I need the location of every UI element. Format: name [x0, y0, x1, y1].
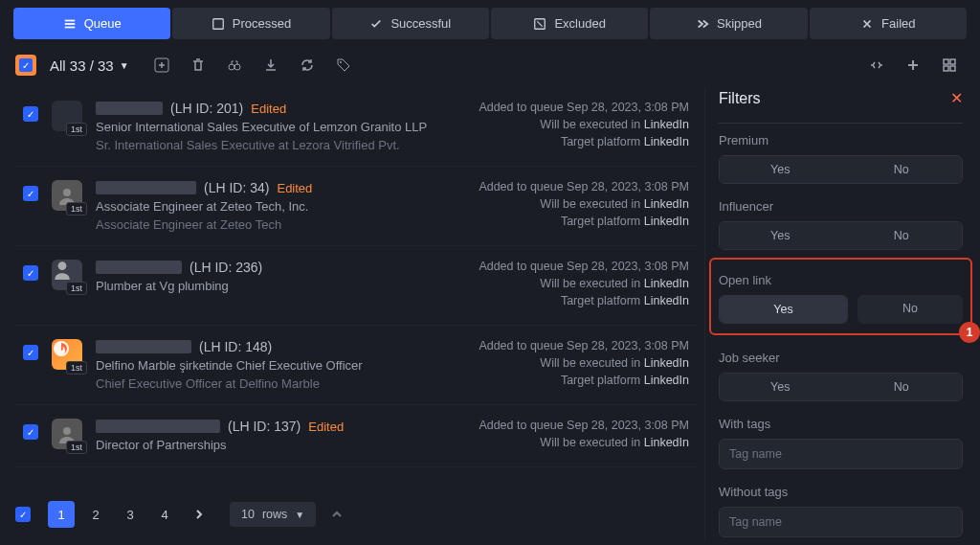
- svg-point-17: [63, 427, 71, 435]
- filters-title: Filters: [719, 90, 761, 107]
- plus-icon[interactable]: [905, 57, 921, 73]
- row-subtitle: Senior International Sales Executive of …: [96, 120, 465, 134]
- processed-icon: [212, 17, 225, 31]
- tab-excluded[interactable]: Excluded: [491, 8, 648, 39]
- pagination: ✓ 1 2 3 4 10 rows ▼: [15, 495, 350, 534]
- filter-influencer: Influencer Yes No: [719, 199, 963, 250]
- filters-panel: Filters ✕ Premium Yes No Influencer Yes …: [704, 87, 980, 540]
- binoculars-icon[interactable]: [227, 57, 242, 73]
- tab-label: Processed: [233, 16, 291, 31]
- tab-skipped[interactable]: Skipped: [650, 8, 807, 39]
- divider: [719, 123, 963, 124]
- scroll-top[interactable]: [323, 501, 350, 528]
- failed-icon: [860, 17, 874, 31]
- grid-icon[interactable]: [942, 57, 957, 73]
- queue-row[interactable]: ✓ 1st (LH ID: 201) Edited Senior Interna…: [15, 87, 697, 167]
- row-subtitle2: Associate Engineer at Zeteo Tech: [96, 217, 465, 232]
- row-subtitle2: Sr. International Sales Executive at Lez…: [96, 138, 465, 152]
- selection-count[interactable]: All 33 / 33 ▼: [50, 57, 129, 74]
- row-meta: Added to queue Sep 28, 2023, 3:08 PM Wil…: [479, 419, 689, 453]
- filter-jobseeker: Job seeker Yes No: [719, 351, 963, 401]
- queue-row[interactable]: ✓ 1st (LH ID: 34) Edited Associate Engin…: [15, 167, 697, 246]
- queue-row[interactable]: ✓ 1st (LH ID: 137) Edited Director of Pa…: [15, 405, 697, 467]
- connection-degree-badge: 1st: [66, 361, 87, 375]
- tab-label: Successful: [390, 16, 451, 31]
- filter-withtags: With tags Tag name: [719, 417, 963, 469]
- row-checkbox[interactable]: ✓: [23, 106, 38, 122]
- svg-point-9: [340, 61, 342, 63]
- tab-successful[interactable]: Successful: [332, 8, 489, 39]
- tab-label: Failed: [881, 16, 915, 31]
- withouttags-input[interactable]: Tag name: [719, 507, 963, 537]
- svg-rect-2: [64, 26, 75, 28]
- openlink-no[interactable]: No: [858, 295, 963, 324]
- skipped-icon: [696, 17, 709, 31]
- queue-list: ✓ 1st (LH ID: 201) Edited Senior Interna…: [0, 87, 704, 540]
- connection-degree-badge: 1st: [66, 202, 87, 216]
- filter-withouttags: Without tags Tag name: [719, 485, 963, 537]
- excluded-icon: [533, 17, 546, 31]
- check-icon: [369, 17, 383, 31]
- download-icon[interactable]: [263, 57, 278, 73]
- jobseeker-no[interactable]: No: [841, 374, 963, 400]
- edited-badge: Edited: [277, 181, 312, 195]
- row-checkbox[interactable]: ✓: [23, 186, 38, 201]
- withtags-input[interactable]: Tag name: [719, 439, 963, 469]
- row-meta: Added to queue Sep 28, 2023, 3:08 PM Wil…: [479, 339, 689, 391]
- rows-per-page[interactable]: 10 rows ▼: [230, 502, 316, 527]
- svg-rect-1: [64, 23, 75, 25]
- name-redacted: [96, 340, 191, 353]
- name-redacted: [96, 420, 220, 433]
- avatar: 1st: [52, 419, 82, 449]
- connection-degree-badge: 1st: [66, 123, 87, 136]
- tab-processed[interactable]: Processed: [172, 8, 329, 39]
- highlight-badge: 1: [959, 322, 980, 343]
- page-2[interactable]: 2: [82, 501, 109, 528]
- page-row-checkbox[interactable]: ✓: [15, 507, 31, 522]
- queue-row[interactable]: ✓ 1st (LH ID: 236) Plumber at Vg plumbin…: [15, 246, 697, 326]
- connection-degree-badge: 1st: [66, 441, 87, 454]
- premium-no[interactable]: No: [841, 156, 963, 183]
- row-meta: Added to queue Sep 28, 2023, 3:08 PM Wil…: [479, 180, 689, 232]
- lh-id: (LH ID: 137): [228, 419, 301, 434]
- row-subtitle: Delfino Marble şirketinde Chief Executiv…: [96, 358, 465, 373]
- lh-id: (LH ID: 34): [204, 180, 269, 195]
- row-meta: Added to queue Sep 28, 2023, 3:08 PM Wil…: [479, 101, 689, 152]
- edited-badge: Edited: [251, 102, 286, 116]
- openlink-yes[interactable]: Yes: [720, 296, 847, 323]
- tab-label: Excluded: [554, 16, 605, 31]
- refresh-icon[interactable]: [300, 57, 315, 73]
- svg-point-14: [63, 189, 71, 196]
- influencer-no[interactable]: No: [841, 222, 963, 249]
- lh-id: (LH ID: 201): [170, 101, 243, 116]
- filter-premium: Premium Yes No: [719, 133, 963, 184]
- add-icon[interactable]: [154, 57, 169, 73]
- tag-icon[interactable]: [336, 57, 351, 73]
- page-1[interactable]: 1: [48, 501, 75, 528]
- page-3[interactable]: 3: [117, 501, 144, 528]
- jobseeker-yes[interactable]: Yes: [720, 374, 841, 400]
- svg-line-5: [538, 21, 543, 26]
- select-all-checkbox[interactable]: ✓: [15, 55, 36, 76]
- queue-row[interactable]: ✓ 1st (LH ID: 148) Delfino Marble şirket…: [15, 326, 697, 405]
- premium-yes[interactable]: Yes: [720, 156, 841, 183]
- svg-rect-3: [213, 18, 224, 29]
- name-redacted: [96, 181, 196, 194]
- row-checkbox[interactable]: ✓: [23, 265, 38, 281]
- avatar: 1st: [52, 101, 82, 131]
- tab-queue[interactable]: Queue: [13, 8, 170, 39]
- close-icon[interactable]: ✕: [950, 89, 963, 107]
- tab-label: Queue: [84, 16, 122, 31]
- avatar: 1st: [52, 180, 82, 211]
- status-tabs: Queue Processed Successful Excluded Skip…: [0, 0, 980, 39]
- collapse-icon[interactable]: [869, 57, 884, 73]
- name-redacted: [96, 261, 182, 274]
- tab-failed[interactable]: Failed: [810, 8, 967, 39]
- row-checkbox[interactable]: ✓: [23, 424, 38, 440]
- row-checkbox[interactable]: ✓: [23, 345, 38, 360]
- page-4[interactable]: 4: [151, 501, 178, 528]
- page-next[interactable]: [186, 501, 212, 528]
- influencer-yes[interactable]: Yes: [720, 222, 841, 249]
- svg-rect-13: [950, 66, 955, 71]
- delete-icon[interactable]: [190, 57, 206, 73]
